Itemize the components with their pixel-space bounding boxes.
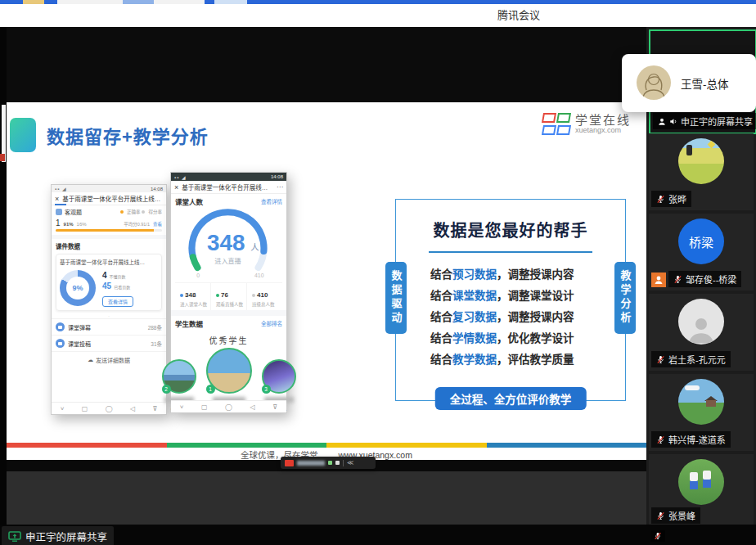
book-green-icon — [556, 113, 571, 123]
student-avatar: 2 — [162, 359, 196, 394]
screen-share-icon — [8, 531, 21, 542]
submission-icon — [56, 339, 65, 348]
title-accent-block — [10, 118, 36, 152]
default-avatar-icon — [685, 312, 718, 345]
participant-avatar — [678, 459, 724, 505]
participant-tile[interactable]: 张景峰 — [649, 454, 754, 527]
share-top-band — [7, 27, 646, 102]
courseware-donut-chart: 9% — [60, 270, 96, 306]
quiz-view-link: 查看 — [153, 221, 162, 227]
phone-screenshot-left: ▪▪ ◢ 14:08 × 基于雨课堂一体化平台开展线上线下… 客观题 正确率 得… — [51, 184, 167, 415]
close-icon: × — [55, 195, 59, 203]
danmu-icon — [56, 322, 65, 331]
mic-muted-icon — [656, 195, 665, 204]
mic-muted-icon — [654, 532, 662, 540]
popup-avatar — [637, 65, 671, 100]
toolbar-text-blurred — [297, 461, 325, 466]
status-time: 14:08 — [271, 174, 283, 179]
participant-tile[interactable]: 桥梁 邹存俊--桥梁 — [649, 214, 754, 291]
quiz-legend: 正确率 得分率 — [120, 209, 162, 215]
nav-tray-icon: ⊽ — [152, 405, 157, 412]
speaker-icon — [669, 117, 677, 126]
class-count-title: 课堂人数 — [175, 196, 203, 206]
progress-underline — [55, 204, 66, 205]
analysis-panel: 数据是您最好的帮手 结合预习数据，调整授课内容 结合课堂数据，调整课堂设计 结合… — [395, 199, 626, 401]
share-mini-toolbar: ≪ — [281, 457, 376, 469]
participant-name-popup: 王雪-总体 — [622, 54, 756, 112]
quiz-score-row: 1 91% 16% 平均分0.91/1 查看 — [52, 217, 166, 227]
rank-badge: 3 — [262, 385, 271, 394]
nav-back-icon: ◁ — [250, 403, 255, 411]
screen-share-status-chip: 申正宇的屏幕共享 — [2, 526, 114, 545]
teaching-analysis-tab: 教学分析 — [614, 262, 636, 334]
panel-title: 数据是您最好的帮手 — [396, 218, 625, 241]
participant-avatar — [678, 379, 724, 425]
student-avatar: 3 — [262, 359, 296, 394]
participant-name: 邹存俊--桥梁 — [686, 272, 736, 286]
attendance-gauge-chart: 348 人 进入直播 0 410 — [171, 209, 285, 279]
share-bottom-band — [7, 471, 646, 525]
close-icon: × — [174, 183, 178, 191]
send-data-action: ☁ 发送详细数据 — [52, 351, 166, 368]
shared-slide: 数据留存+教学分析 学堂在线 xuetangx.com ▪▪ ◢ 14:08 ×… — [7, 102, 646, 460]
nav-circle-icon: ◯ — [106, 405, 113, 412]
participant-name: 韩兴博-遂道系 — [668, 433, 726, 446]
stat-dot-blue — [180, 294, 183, 297]
quiz-progressbar — [56, 229, 162, 232]
view-detail-link: 查看详情 — [261, 197, 282, 205]
participant-mic-fragment — [650, 530, 665, 542]
book-blue-icon — [542, 125, 556, 135]
panel-row: 结合教学数据，评估教学质量 — [396, 348, 625, 369]
svg-text:410: 410 — [254, 272, 264, 278]
collapse-icon: ≪ — [347, 460, 353, 466]
phone-statusbar: ▪▪ ◢ 14:08 — [52, 185, 166, 192]
mic-muted-icon — [656, 355, 665, 364]
participant-tile[interactable]: 韩兴博-遂道系 — [649, 374, 754, 451]
book-red-icon — [542, 113, 556, 123]
panel-row: 结合学情数据，优化教学设计 — [396, 327, 625, 348]
phone-header: × 基于雨课堂一体化平台开展线上线下… ⋯ — [171, 181, 286, 194]
mic-muted-icon — [656, 511, 665, 520]
logo-domain: xuetangx.com — [575, 126, 631, 134]
participant-tile[interactable]: 张晔 — [649, 133, 754, 210]
rank-badge: 2 — [162, 385, 171, 394]
screen-share-label: 申正宇的屏幕共享 — [25, 529, 107, 544]
legend-dot-gray — [142, 210, 145, 214]
participant-name: 张景峰 — [668, 509, 695, 522]
data-driven-tab: 数据驱动 — [385, 262, 407, 334]
quiz-label: 客观题 — [65, 208, 118, 216]
toolbar-divider — [343, 460, 344, 466]
student-data-title: 学生数据 — [175, 318, 203, 328]
stat-dot-gray — [252, 294, 255, 297]
android-navbar: ˅ ▢ ◯ ◁ ⊽ — [52, 402, 166, 414]
window-fragment — [0, 154, 5, 161]
stat-dot-green — [216, 294, 219, 297]
panel-row: 结合预习数据，调整授课内容 — [396, 263, 625, 284]
courseware-card-title: 基于雨课堂一体化平台开展线上线… — [60, 258, 158, 266]
ranking-link: 全部排名 — [261, 319, 282, 327]
legend-dot-orange — [120, 210, 124, 214]
evaluation-banner: 全过程、全方位评价教学 — [435, 387, 587, 410]
svg-text:进入直播: 进入直播 — [214, 257, 241, 265]
participant-name: 岩土系-孔元元 — [668, 353, 726, 366]
mic-muted-icon — [673, 275, 682, 284]
window-titlebar[interactable]: 腾讯会议 — [0, 4, 756, 27]
svg-text:0: 0 — [196, 272, 200, 278]
courseware-section-title: 课件数据 — [52, 239, 166, 251]
svg-text:人: 人 — [250, 243, 259, 252]
popup-name: 王雪-总体 — [681, 75, 729, 92]
mic-muted-icon — [656, 435, 665, 444]
phone-page-title: 基于雨课堂一体化平台开展线上线下… — [62, 194, 163, 203]
courseware-card: 基于雨课堂一体化平台开展线上线… 9% 4 不懂页数 45 已看页数 查看详情 — [56, 254, 162, 311]
participant-tile[interactable]: 岩土系-孔元元 — [649, 294, 754, 371]
participant-name: 申正宇的屏幕共享 — [681, 115, 753, 128]
panel-row: 结合课堂数据，调整课堂设计 — [396, 284, 625, 305]
footer-color-strip — [7, 443, 646, 448]
logo-name: 学堂在线 — [575, 114, 631, 126]
nav-square-icon: ▢ — [201, 403, 208, 411]
rank-badge: 1 — [206, 385, 215, 394]
toolbar-mic-icon — [335, 461, 340, 465]
participant-name: 张晔 — [668, 192, 686, 205]
nav-tray-icon: ⊽ — [272, 403, 277, 411]
logo-books-icon — [542, 113, 569, 135]
